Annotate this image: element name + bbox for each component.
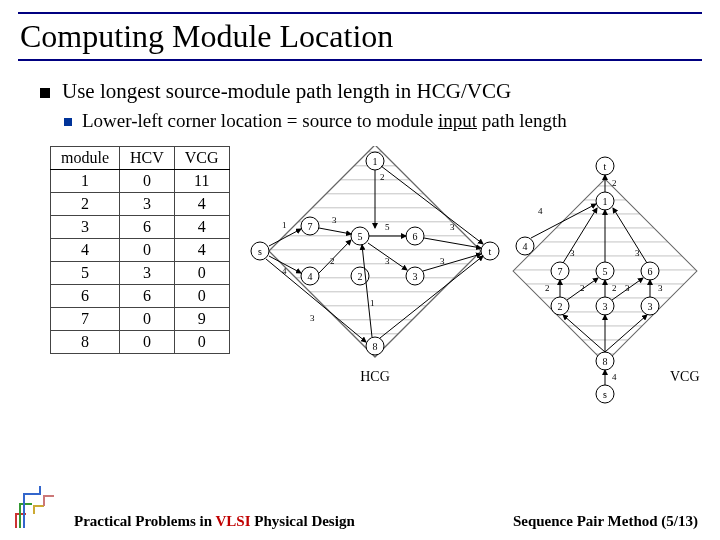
svg-text:4: 4 (538, 206, 543, 216)
svg-text:t: t (603, 161, 606, 172)
svg-text:s: s (603, 389, 607, 400)
svg-text:3: 3 (332, 215, 337, 225)
sub-bullet-icon (64, 118, 72, 126)
bullet-icon (40, 88, 50, 98)
svg-text:3: 3 (625, 283, 630, 293)
svg-text:2: 2 (612, 283, 617, 293)
svg-text:6: 6 (412, 231, 417, 242)
module-table: module HCV VCG 1011 234 364 404 530 660 … (50, 146, 230, 354)
svg-text:3: 3 (602, 301, 607, 312)
slide-title: Computing Module Location (18, 18, 702, 55)
svg-text:4: 4 (522, 241, 527, 252)
table-row: 234 (51, 193, 230, 216)
footer-left-text: Practical Problems in VLSI Physical Desi… (74, 513, 355, 530)
footer-right-text: Sequence Pair Method (5/13) (513, 513, 698, 530)
table-row: 404 (51, 239, 230, 262)
th-hcv: HCV (120, 147, 175, 170)
th-vcg: VCG (174, 147, 229, 170)
svg-text:HCG: HCG (360, 369, 390, 384)
table-row: 1011 (51, 170, 230, 193)
svg-text:4: 4 (612, 372, 617, 382)
svg-text:3: 3 (385, 256, 390, 266)
svg-text:2: 2 (330, 256, 335, 266)
table-body: 1011 234 364 404 530 660 709 800 (51, 170, 230, 354)
svg-text:1: 1 (602, 196, 607, 207)
svg-text:2: 2 (580, 283, 585, 293)
svg-text:7: 7 (307, 221, 312, 232)
svg-text:3: 3 (635, 248, 640, 258)
svg-text:5: 5 (385, 222, 390, 232)
svg-text:5: 5 (357, 231, 362, 242)
svg-text:t: t (488, 246, 491, 257)
tree-decoration-icon (10, 484, 66, 530)
hcg-diagram: s t 1 8 7 4 5 2 6 3 (240, 146, 510, 406)
svg-text:4: 4 (282, 266, 287, 276)
svg-text:8: 8 (602, 356, 607, 367)
sub-bullet-1-text: Lower-left corner location = source to m… (82, 110, 567, 132)
slide-body: Use longest source-module path length in… (0, 61, 720, 416)
svg-text:2: 2 (357, 271, 362, 282)
bullet-1: Use longest source-module path length in… (40, 79, 692, 104)
svg-text:3: 3 (658, 283, 663, 293)
content-row: module HCV VCG 1011 234 364 404 530 660 … (40, 146, 692, 416)
svg-text:3: 3 (647, 301, 652, 312)
svg-text:3: 3 (310, 313, 315, 323)
svg-text:7: 7 (557, 266, 562, 277)
footer: Practical Problems in VLSI Physical Desi… (0, 484, 720, 530)
svg-text:3: 3 (450, 222, 455, 232)
svg-text:1: 1 (282, 220, 287, 230)
svg-text:6: 6 (647, 266, 652, 277)
table-row: 709 (51, 308, 230, 331)
sub-bullet-1: Lower-left corner location = source to m… (64, 110, 692, 132)
svg-text:5: 5 (602, 266, 607, 277)
svg-text:1: 1 (372, 156, 377, 167)
table-row: 530 (51, 262, 230, 285)
svg-text:3: 3 (570, 248, 575, 258)
table-row: 660 (51, 285, 230, 308)
table-row: 364 (51, 216, 230, 239)
th-module: module (51, 147, 120, 170)
svg-text:3: 3 (412, 271, 417, 282)
svg-text:2: 2 (557, 301, 562, 312)
svg-text:1: 1 (370, 298, 375, 308)
svg-text:s: s (258, 246, 262, 257)
svg-text:2: 2 (612, 178, 617, 188)
diagram-area: s t 1 8 7 4 5 2 6 3 (240, 146, 692, 416)
svg-text:2: 2 (545, 283, 550, 293)
vcg-diagram: t 1 4 7 5 6 2 3 3 8 s (500, 156, 710, 416)
svg-text:8: 8 (372, 341, 377, 352)
svg-text:2: 2 (380, 172, 385, 182)
svg-text:VCG: VCG (670, 369, 700, 384)
svg-text:4: 4 (307, 271, 312, 282)
bullet-1-text: Use longest source-module path length in… (62, 79, 511, 104)
table-row: 800 (51, 331, 230, 354)
svg-text:3: 3 (440, 256, 445, 266)
title-bar: Computing Module Location (18, 12, 702, 61)
